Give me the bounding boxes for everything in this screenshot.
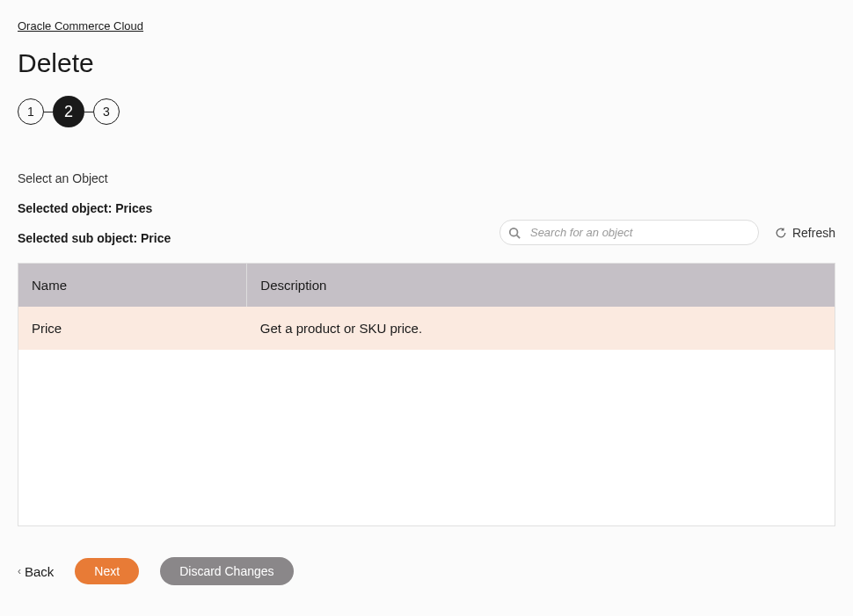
step-2[interactable]: 2: [53, 96, 84, 127]
svg-point-0: [510, 228, 518, 236]
refresh-label: Refresh: [792, 226, 835, 240]
step-3[interactable]: 3: [93, 98, 120, 125]
wizard-stepper: 1 2 3: [18, 96, 835, 127]
step-1[interactable]: 1: [18, 98, 44, 125]
step-connector: [84, 112, 93, 112]
section-label: Select an Object: [18, 171, 835, 185]
refresh-icon: [775, 227, 787, 239]
selected-object-label: Selected object: Prices: [18, 201, 171, 215]
chevron-left-icon: ‹: [18, 565, 21, 577]
cell-name: Price: [18, 307, 247, 350]
breadcrumb-link[interactable]: Oracle Commerce Cloud: [18, 19, 143, 33]
back-button[interactable]: ‹ Back: [18, 564, 54, 579]
search-box: [499, 220, 759, 245]
column-header-description[interactable]: Description: [247, 264, 835, 307]
svg-line-1: [517, 235, 521, 238]
selected-sub-object-label: Selected sub object: Price: [18, 231, 171, 245]
footer-actions: ‹ Back Next Discard Changes: [18, 557, 835, 585]
back-label: Back: [25, 564, 54, 579]
object-table-container: Name Description Price Get a product or …: [18, 263, 835, 526]
table-row[interactable]: Price Get a product or SKU price.: [18, 307, 835, 350]
column-header-name[interactable]: Name: [18, 264, 247, 307]
page-title: Delete: [18, 48, 835, 78]
search-icon: [508, 227, 521, 239]
object-table: Name Description Price Get a product or …: [18, 264, 835, 350]
refresh-button[interactable]: Refresh: [775, 226, 835, 240]
cell-description: Get a product or SKU price.: [247, 307, 835, 350]
step-connector: [44, 112, 53, 112]
search-input[interactable]: [499, 220, 759, 245]
discard-changes-button[interactable]: Discard Changes: [160, 557, 293, 585]
next-button[interactable]: Next: [75, 558, 139, 584]
